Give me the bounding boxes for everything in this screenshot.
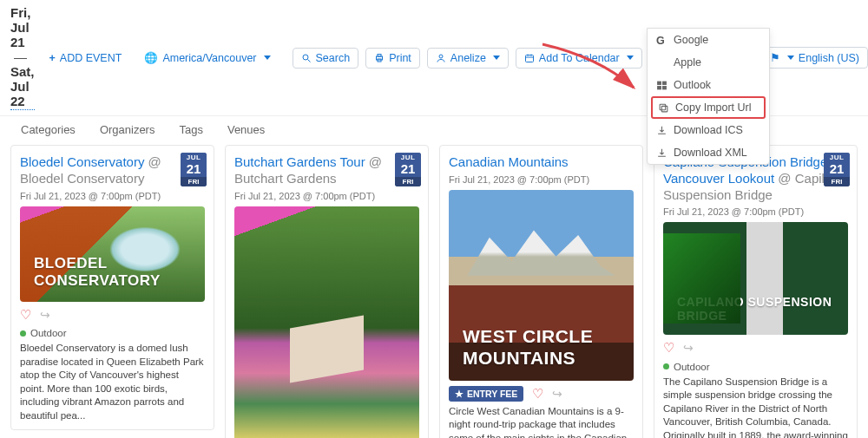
svg-rect-19 <box>660 104 666 110</box>
timezone-label: America/Vancouver <box>162 52 256 64</box>
favorite-button[interactable]: ♡ <box>20 307 31 323</box>
filter-organizers[interactable]: Organizers <box>100 123 155 136</box>
category-tag[interactable]: Outdoor <box>663 362 710 372</box>
add-event-button[interactable]: + ADD EVENT <box>42 49 130 68</box>
add-to-calendar-label: Add To Calendar <box>539 52 620 64</box>
category-label: Outdoor <box>674 362 710 372</box>
menu-item-outlook[interactable]: Outlook <box>648 74 769 96</box>
chevron-down-icon <box>493 56 500 60</box>
event-description: Circle West Canadian Mountains is a 9-ni… <box>449 405 634 438</box>
date-from: Fri, Jul 21 <box>10 5 30 49</box>
print-icon <box>374 53 385 63</box>
language-select[interactable]: ⚑ English (US) <box>761 47 868 69</box>
menu-item-google[interactable]: G Google <box>648 29 769 51</box>
svg-point-0 <box>303 55 308 60</box>
user-menu[interactable]: Anelize <box>427 48 509 69</box>
menu-item-label: Outlook <box>674 79 711 91</box>
chevron-down-icon <box>787 56 794 60</box>
language-label: English (US) <box>799 52 859 64</box>
event-grid: JUL21FRI Bloedel Conservatory @ Bloedel … <box>0 145 868 438</box>
menu-item-download-xml[interactable]: Download XML <box>648 141 769 164</box>
image-overlay-text: WEST CIRCLE MOUNTAINS <box>463 326 634 368</box>
svg-rect-18 <box>661 106 667 111</box>
event-name: Canadian Mountains <box>449 154 569 169</box>
search-icon <box>301 53 312 63</box>
copy-icon <box>658 102 669 114</box>
globe-icon: 🌐 <box>144 51 158 64</box>
star-icon: ★ <box>455 389 464 399</box>
event-description: The Capilano Suspension Bridge is a simp… <box>663 376 848 438</box>
download-icon <box>656 147 667 159</box>
menu-item-label: Copy Import Url <box>675 101 752 114</box>
entry-fee-badge: ★ENTRY FEE <box>449 386 523 402</box>
svg-rect-6 <box>525 55 533 62</box>
date-badge: JUL21FRI <box>824 153 850 186</box>
print-label: Print <box>389 52 411 64</box>
search-label: Search <box>316 52 351 64</box>
add-event-label: ADD EVENT <box>60 52 122 64</box>
event-image: BLOEDEL CONSERVATORY <box>20 206 205 302</box>
favorite-button[interactable]: ♡ <box>663 340 674 356</box>
svg-line-1 <box>307 59 310 62</box>
event-datetime: Fri Jul 21, 2023 @ 7:00pm (PDT) <box>449 174 634 185</box>
chevron-down-icon <box>264 56 271 60</box>
image-overlay-text: BLOEDEL CONSERVATORY <box>34 255 205 289</box>
event-card-bloedel[interactable]: JUL21FRI Bloedel Conservatory @ Bloedel … <box>10 145 214 430</box>
event-card-capilano[interactable]: JUL21FRI Capilano Suspension Bridge & Va… <box>654 145 858 438</box>
plus-icon: + <box>49 52 56 64</box>
calendar-icon <box>524 53 535 63</box>
date-badge: JUL21FRI <box>395 153 421 186</box>
share-button[interactable]: ↪ <box>552 387 562 401</box>
event-image: WEST CIRCLE MOUNTAINS <box>449 190 634 381</box>
user-icon <box>436 53 446 63</box>
category-label: Outdoor <box>30 328 67 338</box>
event-image: BUTCHART GARDENS <box>234 206 419 439</box>
date-range[interactable]: Fri, Jul 21 — Sat, Jul 22 <box>10 5 35 110</box>
filter-categories[interactable]: Categories <box>21 123 76 136</box>
date-separator: — <box>14 49 27 64</box>
svg-rect-3 <box>378 54 381 56</box>
user-label: Anelize <box>450 52 486 64</box>
svg-rect-14 <box>657 81 661 84</box>
date-badge: JUL21FRI <box>181 153 207 186</box>
windows-icon <box>656 80 667 91</box>
add-to-calendar-button[interactable]: Add To Calendar <box>516 48 642 69</box>
menu-item-copy-import-url[interactable]: Copy Import Url <box>651 96 766 119</box>
timezone-select[interactable]: 🌐 America/Vancouver <box>136 48 278 68</box>
top-toolbar: Fri, Jul 21 — Sat, Jul 22 + ADD EVENT 🌐 … <box>0 0 868 116</box>
menu-item-apple[interactable]: Apple <box>648 51 769 74</box>
category-dot-icon <box>20 330 26 337</box>
event-card-mountains[interactable]: Canadian Mountains Fri Jul 21, 2023 @ 7:… <box>439 145 643 438</box>
favorite-button[interactable]: ♡ <box>532 386 543 402</box>
menu-item-label: Download ICS <box>674 124 743 136</box>
category-tag[interactable]: Outdoor <box>20 328 67 338</box>
svg-rect-15 <box>662 81 667 84</box>
flag-icon: ⚑ <box>770 51 780 64</box>
share-button[interactable]: ↪ <box>40 308 50 322</box>
event-name: Butchart Gardens Tour <box>234 154 365 169</box>
share-button[interactable]: ↪ <box>683 341 694 355</box>
download-icon <box>656 125 667 136</box>
image-overlay-text: CAPILANO SUSPENSION BRIDGE <box>677 295 848 323</box>
search-button[interactable]: Search <box>293 48 359 69</box>
menu-item-label: Download XML <box>674 147 747 159</box>
event-image: CAPILANO SUSPENSION BRIDGE <box>663 222 848 335</box>
event-description: Bloedel Conservatory is a domed lush par… <box>20 342 205 422</box>
filter-tags[interactable]: Tags <box>179 123 202 136</box>
menu-item-download-ics[interactable]: Download ICS <box>648 119 769 141</box>
svg-rect-16 <box>657 86 661 89</box>
entry-fee-label: ENTRY FEE <box>467 389 517 399</box>
category-dot-icon <box>663 363 669 369</box>
event-datetime: Fri Jul 21, 2023 @ 7:00pm (PDT) <box>663 206 848 217</box>
date-to: Sat, Jul 22 <box>10 64 35 108</box>
chevron-down-icon <box>627 56 634 60</box>
filter-venues[interactable]: Venues <box>227 123 265 136</box>
event-name: Bloedel Conservatory <box>20 154 144 169</box>
event-datetime: Fri Jul 21, 2023 @ 7:00pm (PDT) <box>234 191 419 201</box>
print-button[interactable]: Print <box>365 48 420 69</box>
menu-item-label: Google <box>674 34 708 46</box>
apple-icon <box>656 57 667 69</box>
svg-point-5 <box>439 55 443 58</box>
add-to-calendar-menu: G Google Apple Outlook Copy Import Url D… <box>647 28 770 165</box>
event-card-butchart[interactable]: JUL21FRI Butchart Gardens Tour @ Butchar… <box>225 145 429 438</box>
